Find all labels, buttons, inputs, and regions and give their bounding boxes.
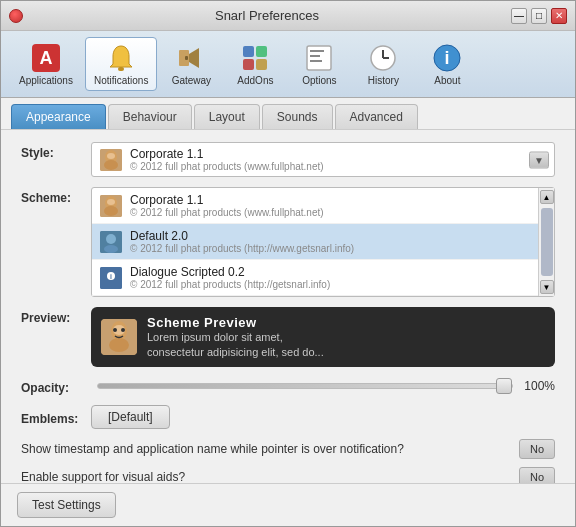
- svg-text:i: i: [445, 48, 450, 68]
- tab-behaviour[interactable]: Behaviour: [108, 104, 192, 129]
- tab-layout[interactable]: Layout: [194, 104, 260, 129]
- options-icon: [303, 42, 335, 74]
- preview-row: Preview:: [21, 307, 555, 367]
- tab-appearance[interactable]: Appearance: [11, 104, 106, 129]
- close-button[interactable]: ✕: [551, 8, 567, 24]
- scheme-default-desc: © 2012 full phat products (http://www.ge…: [130, 243, 354, 254]
- applications-label: Applications: [19, 75, 73, 86]
- style-text-block: Corporate 1.1 © 2012 full phat products …: [130, 147, 324, 172]
- scheme-default-name: Default 2.0: [130, 229, 354, 243]
- history-label: History: [368, 75, 399, 86]
- style-arrow-icon: ▼: [529, 151, 549, 168]
- svg-rect-5: [185, 56, 188, 60]
- option-timestamp-text: Show timestamp and application name whil…: [21, 442, 519, 456]
- opacity-slider-track[interactable]: [97, 383, 513, 389]
- svg-rect-6: [243, 46, 254, 57]
- scroll-thumb[interactable]: [541, 208, 553, 276]
- scheme-corporate-desc: © 2012 full phat products (www.fullphat.…: [130, 207, 324, 218]
- toolbar-item-notifications[interactable]: Notifications: [85, 37, 157, 91]
- style-name: Corporate 1.1: [130, 147, 324, 161]
- toolbar-item-options[interactable]: Options: [289, 38, 349, 90]
- scheme-dialogue-desc: © 2012 full phat products (http://getsna…: [130, 279, 330, 290]
- scheme-item-dialogue[interactable]: i Dialogue Scripted 0.2 © 2012 full phat…: [92, 260, 554, 296]
- svg-point-28: [106, 234, 116, 244]
- opacity-row: Opacity: 100%: [21, 377, 555, 395]
- scheme-label: Scheme:: [21, 187, 91, 205]
- svg-text:i: i: [110, 273, 112, 280]
- addons-label: AddOns: [237, 75, 273, 86]
- notifications-icon: [105, 42, 137, 74]
- toolbar-item-addons[interactable]: AddOns: [225, 38, 285, 90]
- maximize-button[interactable]: □: [531, 8, 547, 24]
- about-icon: i: [431, 42, 463, 74]
- scheme-default-text: Default 2.0 © 2012 full phat products (h…: [130, 229, 354, 254]
- preview-box: Scheme Preview Lorem ipsum dolor sit ame…: [91, 307, 555, 367]
- svg-point-37: [113, 328, 117, 332]
- style-dropdown[interactable]: Corporate 1.1 © 2012 full phat products …: [91, 142, 555, 177]
- opacity-slider-thumb[interactable]: [496, 378, 512, 394]
- close-dot[interactable]: [9, 9, 23, 23]
- window-title: Snarl Preferences: [215, 8, 319, 23]
- svg-point-26: [104, 206, 118, 216]
- preview-control: Scheme Preview Lorem ipsum dolor sit ame…: [91, 307, 555, 367]
- svg-rect-9: [256, 59, 267, 70]
- scheme-default-icon: [100, 231, 122, 253]
- toolbar-item-history[interactable]: History: [353, 38, 413, 90]
- bottom-bar: Test Settings: [1, 483, 575, 526]
- default-button[interactable]: [Default]: [91, 405, 170, 429]
- svg-rect-12: [310, 55, 320, 57]
- svg-point-25: [107, 199, 115, 205]
- svg-rect-13: [310, 60, 322, 62]
- scheme-item-corporate[interactable]: Corporate 1.1 © 2012 full phat products …: [92, 188, 554, 224]
- option-row-visual-aids: Enable support for visual aids? No: [21, 467, 555, 483]
- scroll-down-button[interactable]: ▼: [540, 280, 554, 294]
- scheme-item-default[interactable]: Default 2.0 © 2012 full phat products (h…: [92, 224, 554, 260]
- scheme-dialogue-text: Dialogue Scripted 0.2 © 2012 full phat p…: [130, 265, 330, 290]
- scheme-corporate-name: Corporate 1.1: [130, 193, 324, 207]
- svg-rect-10: [307, 46, 331, 70]
- test-settings-button[interactable]: Test Settings: [17, 492, 116, 518]
- tab-sounds[interactable]: Sounds: [262, 104, 333, 129]
- scheme-corporate-text: Corporate 1.1 © 2012 full phat products …: [130, 193, 324, 218]
- scheme-dropdown[interactable]: Corporate 1.1 © 2012 full phat products …: [91, 187, 555, 297]
- emblems-control: [Default]: [91, 405, 555, 429]
- title-bar-left: [9, 9, 23, 23]
- option-timestamp-toggle[interactable]: No: [519, 439, 555, 459]
- scheme-scrollbar: ▲ ▼: [538, 188, 554, 296]
- gateway-label: Gateway: [172, 75, 211, 86]
- emblems-row: Emblems: [Default]: [21, 405, 555, 429]
- style-row: Style: Corporate 1.1: [21, 142, 555, 177]
- svg-point-29: [104, 245, 118, 253]
- opacity-label: Opacity:: [21, 377, 91, 395]
- toolbar-item-gateway[interactable]: Gateway: [161, 38, 221, 90]
- option-visual-aids-text: Enable support for visual aids?: [21, 470, 519, 483]
- main-window: Snarl Preferences — □ ✕ A Applications: [0, 0, 576, 527]
- tabs-bar: Appearance Behaviour Layout Sounds Advan…: [1, 98, 575, 129]
- tab-advanced[interactable]: Advanced: [335, 104, 418, 129]
- scheme-dialogue-name: Dialogue Scripted 0.2: [130, 265, 330, 279]
- scroll-up-button[interactable]: ▲: [540, 190, 554, 204]
- svg-point-22: [104, 160, 118, 170]
- title-bar: Snarl Preferences — □ ✕: [1, 1, 575, 31]
- applications-icon: A: [30, 42, 62, 74]
- minimize-button[interactable]: —: [511, 8, 527, 24]
- toolbar-item-applications[interactable]: A Applications: [11, 38, 81, 90]
- history-icon: [367, 42, 399, 74]
- preview-text-block: Scheme Preview Lorem ipsum dolor sit ame…: [147, 315, 324, 359]
- style-dropdown-wrapper: Corporate 1.1 © 2012 full phat products …: [91, 142, 555, 177]
- style-icon: [100, 149, 122, 171]
- toolbar: A Applications Notifications: [1, 31, 575, 98]
- toolbar-item-about[interactable]: i About: [417, 38, 477, 90]
- preview-icon: [101, 319, 137, 355]
- notifications-label: Notifications: [94, 75, 148, 86]
- svg-marker-4: [189, 48, 199, 68]
- option-visual-aids-toggle[interactable]: No: [519, 467, 555, 483]
- style-label: Style:: [21, 142, 91, 160]
- style-desc: © 2012 full phat products (www.fullphat.…: [130, 161, 324, 172]
- scheme-row: Scheme: Cor: [21, 187, 555, 297]
- about-label: About: [434, 75, 460, 86]
- scheme-control: Corporate 1.1 © 2012 full phat products …: [91, 187, 555, 297]
- opacity-value: 100%: [519, 379, 555, 393]
- addons-icon: [239, 42, 271, 74]
- preview-title: Scheme Preview: [147, 315, 324, 330]
